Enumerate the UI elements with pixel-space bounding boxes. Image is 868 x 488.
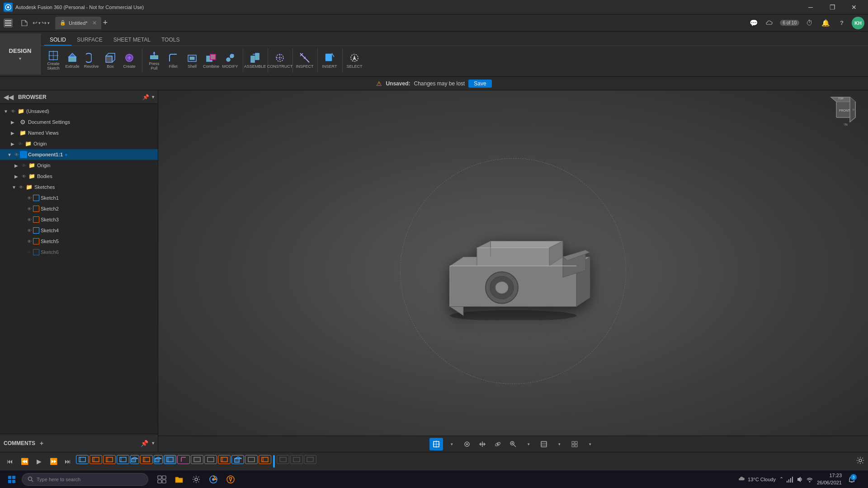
file-menu-button[interactable] [18, 17, 31, 29]
expand-sketches-icon[interactable]: ▼ [12, 185, 18, 190]
tab-sheet-metal[interactable]: SHEET METAL [108, 35, 156, 46]
timeline-sketch-chip-1[interactable] [76, 455, 89, 464]
orbit-button[interactable] [491, 438, 505, 450]
timeline-chip-14[interactable] [245, 455, 258, 464]
measure-button[interactable]: INSPECT [296, 50, 314, 71]
app-menu-button[interactable] [4, 19, 13, 28]
grid-dropdown[interactable]: ▾ [583, 438, 597, 450]
tree-item-sketches[interactable]: ▼ 👁 📁 Sketches [0, 182, 158, 192]
expand-named-views-icon[interactable]: ▶ [11, 131, 17, 136]
expand-bodies-icon[interactable]: ▶ [14, 174, 21, 179]
view-cube[interactable]: FRONT TOP R ↑N [827, 95, 863, 127]
timeline-chip-16[interactable] [277, 455, 289, 464]
viewport[interactable]: FRONT TOP R ↑N ▾ [158, 90, 868, 452]
redo-dropdown[interactable]: ▾ [47, 21, 50, 25]
tree-item-root[interactable]: ▼ 👁 📁 (Unsaved) [0, 106, 158, 117]
close-button[interactable]: ✕ [844, 0, 864, 14]
visibility-sketch4-icon[interactable]: 👁 [27, 228, 32, 233]
box-button[interactable]: Box [101, 50, 119, 71]
active-tab[interactable]: 🔒 Untitled* ✕ [55, 17, 101, 29]
insert-button[interactable]: INSERT [321, 50, 339, 71]
user-avatar[interactable]: KH [852, 17, 864, 29]
tree-item-component1[interactable]: ▼ 👁 Component1:1 ● [0, 149, 158, 160]
expand-origin-top-icon[interactable]: ▶ [11, 141, 17, 146]
select-button[interactable]: SELECT [345, 50, 363, 71]
start-button[interactable] [4, 471, 20, 488]
tree-item-doc-settings[interactable]: ▶ ⚙ Document Settings [0, 117, 158, 127]
file-explorer-button[interactable] [171, 471, 187, 488]
grid-snap-button[interactable] [460, 438, 474, 450]
combine-button[interactable]: Combine [202, 50, 220, 71]
timeline-extrude-chip-1[interactable] [130, 455, 139, 464]
timeline-extrude-chip-2[interactable] [154, 455, 163, 464]
tree-item-sketch1[interactable]: 👁 Sketch1 [0, 192, 158, 203]
timeline-chip-15[interactable] [259, 455, 271, 464]
revolve-button[interactable]: Revolve [82, 50, 100, 71]
tab-solid[interactable]: SOLID [44, 35, 71, 46]
tree-item-sketch3[interactable]: 👁 Sketch3 [0, 214, 158, 225]
visibility-sketches-icon[interactable]: 👁 [19, 185, 24, 190]
new-component-button[interactable]: ASSEMBLE [246, 50, 264, 71]
visibility-sketch6-icon[interactable]: 👁 [27, 250, 32, 255]
expand-root-icon[interactable]: ▼ [4, 109, 10, 114]
create-more-button[interactable]: Create [120, 50, 138, 71]
comments-options-icon[interactable]: ▾ [152, 441, 154, 446]
tree-item-sketch2[interactable]: 👁 Sketch2 [0, 203, 158, 214]
zoom-button[interactable] [506, 438, 520, 450]
visibility-component1-icon[interactable]: 👁 [14, 152, 19, 157]
timeline-chip-11[interactable] [204, 455, 217, 464]
redo-button[interactable]: ↪ [42, 19, 47, 26]
visibility-sketch5-icon[interactable]: 👁 [27, 239, 32, 244]
timeline-forward-button[interactable]: ⏩ [47, 455, 60, 468]
expand-doc-settings-icon[interactable]: ▶ [11, 120, 17, 125]
timeline-fillet-chip[interactable] [177, 455, 190, 464]
timeline-chip-17[interactable] [290, 455, 303, 464]
tree-item-bodies[interactable]: ▶ 👁 📁 Bodies [0, 171, 158, 182]
save-button[interactable]: Save [468, 80, 491, 88]
visibility-root-icon[interactable]: 👁 [11, 109, 15, 114]
pin-browser-icon[interactable]: 📌 [142, 94, 149, 100]
visibility-origin-icon[interactable]: 👁 [18, 141, 23, 146]
display-settings-button[interactable] [537, 438, 551, 450]
taskbar-search-box[interactable]: Type here to search [22, 473, 148, 486]
tree-item-sketch5[interactable]: 👁 Sketch5 [0, 236, 158, 247]
timeline-chip-18[interactable] [304, 455, 316, 464]
tree-item-named-views[interactable]: ▶ 📁 Named Views [0, 127, 158, 138]
tree-item-sketch6[interactable]: 👁 Sketch6 [0, 247, 158, 258]
pin-comments-icon[interactable]: 📌 [141, 440, 148, 447]
minimize-button[interactable]: ─ [800, 0, 821, 14]
undo-dropdown[interactable]: ▾ [38, 21, 41, 25]
task-view-button[interactable] [154, 471, 170, 488]
visibility-sketch3-icon[interactable]: 👁 [27, 217, 32, 222]
tab-close-icon[interactable]: ✕ [92, 20, 97, 26]
fusion360-taskbar-button[interactable] [222, 471, 239, 488]
press-pull-button[interactable]: Press Pull [145, 50, 163, 71]
add-tab-button[interactable]: + [103, 18, 108, 28]
timeline-back-button[interactable]: ⏪ [18, 455, 31, 468]
timeline-marker[interactable] [273, 455, 275, 468]
visibility-bodies-icon[interactable]: 👁 [22, 174, 26, 179]
expand-origin-comp-icon[interactable]: ▶ [14, 163, 21, 168]
notification-button[interactable]: 3 [845, 473, 858, 486]
timeline-end-button[interactable]: ⏭ [61, 455, 74, 468]
timeline-chip-12[interactable] [218, 455, 231, 464]
visibility-origin-comp-icon[interactable]: 👁 [22, 163, 26, 168]
tree-item-sketch4[interactable]: 👁 Sketch4 [0, 225, 158, 236]
design-button[interactable]: DESIGN ▾ [0, 33, 41, 75]
clock-icon-button[interactable]: ⏱ [803, 17, 816, 29]
timeline-sketch-chip-3[interactable] [103, 455, 116, 464]
chat-icon-button[interactable]: 💬 [747, 17, 760, 29]
timeline-sketch-chip-6[interactable] [164, 455, 176, 464]
chevron-up-icon[interactable]: ⌃ [779, 476, 783, 482]
maximize-button[interactable]: ❐ [822, 0, 843, 14]
timeline-sketch-chip-5[interactable] [140, 455, 153, 464]
cloud-icon-button[interactable] [764, 17, 776, 29]
visibility-sketch2-icon[interactable]: 👁 [27, 206, 32, 211]
display-dropdown[interactable]: ▾ [552, 438, 566, 450]
extrude-button[interactable]: Extrude [63, 50, 81, 71]
timeline-sketch-chip-2[interactable] [90, 455, 102, 464]
collapse-browser-icon[interactable]: ◀◀ [4, 94, 14, 101]
add-comment-icon[interactable]: + [40, 440, 43, 447]
grid-button[interactable] [568, 438, 581, 450]
tab-surface[interactable]: SURFACE [71, 35, 108, 46]
